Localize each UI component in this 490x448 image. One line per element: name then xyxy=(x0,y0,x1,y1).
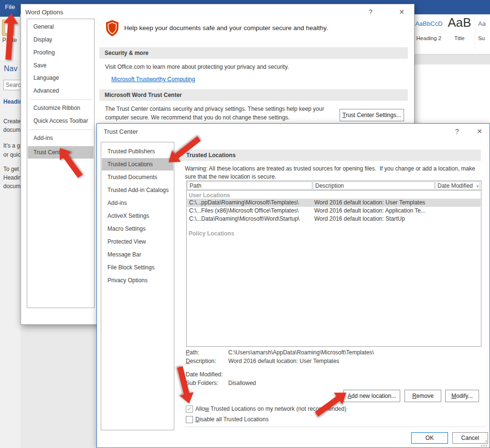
allow-network-locations-checkbox[interactable]: ✓ xyxy=(186,405,193,413)
nav-text: Create xyxy=(3,118,21,125)
sidebar-item-message-bar[interactable]: Message Bar xyxy=(102,248,173,261)
style-sample: AaBbCcD xyxy=(414,20,444,27)
sidebar-item-save[interactable]: Save xyxy=(28,59,94,72)
section-security-more: Security & more xyxy=(99,47,408,59)
sidebar-item-language[interactable]: Language xyxy=(28,72,94,84)
sidebar-item-proofing[interactable]: Proofing xyxy=(28,46,94,59)
path-value: C:\Users\amarsh\AppData\Roaming\Microsof… xyxy=(228,349,374,356)
style-sample: Aa xyxy=(475,20,490,27)
ribbon-styles-gallery: AaBbCcD Heading 2 AaB Title Aa Su xyxy=(414,14,490,54)
dialog-title: Trust Center xyxy=(104,128,138,135)
style-heading2[interactable]: AaBbCcD Heading 2 xyxy=(414,16,444,50)
warning-text-line2: sure that the new location is secure. xyxy=(185,173,276,180)
word-options-sidebar: General Display Proofing Save Language A… xyxy=(27,19,95,308)
cancel-button[interactable]: Cancel xyxy=(452,432,488,444)
style-title[interactable]: AaB Title xyxy=(444,16,475,50)
nav-text: or quic xyxy=(3,151,21,158)
style-label: Title xyxy=(444,35,475,41)
trust-center-dialog: Trust Center ? ✕ Trusted Publishers Trus… xyxy=(96,123,490,448)
tab-headings[interactable]: Headin xyxy=(3,98,22,105)
sort-arrow-icon: ▼ xyxy=(476,184,479,189)
description-value: Word 2016 default location: User Templat… xyxy=(228,358,339,364)
sidebar-item-customize-ribbon[interactable]: Customize Ribbon xyxy=(28,102,94,114)
help-icon[interactable]: ? xyxy=(452,128,462,135)
sidebar-item-display[interactable]: Display xyxy=(28,33,94,46)
close-icon[interactable]: ✕ xyxy=(475,128,484,135)
nav-text: Headin xyxy=(3,174,21,181)
dialog-title: Word Options xyxy=(25,9,63,16)
navigation-title: Nav xyxy=(4,64,17,73)
sidebar-item-quick-access-toolbar[interactable]: Quick Access Toolbar xyxy=(28,115,94,127)
style-subtitle[interactable]: Aa Su xyxy=(475,16,490,50)
style-label: Heading 2 xyxy=(414,35,444,41)
nav-text: It's a gr xyxy=(3,142,22,149)
footer-separator xyxy=(185,427,486,427)
table-row[interactable]: C:\...Files (x86)\Microsoft Office\Templ… xyxy=(187,207,480,215)
panel-header: Trusted Locations xyxy=(181,149,481,161)
screen: File Paste ▾ AaBbCcD Heading 2 AaB Title… xyxy=(0,0,490,448)
column-header-date-modified[interactable]: Date Modified▼ xyxy=(435,181,480,190)
column-header-description[interactable]: Description xyxy=(313,181,435,190)
group-user-locations: User Locations xyxy=(189,192,230,199)
disable-all-trusted-locations-label: Disable all Trusted Locations xyxy=(195,416,268,423)
help-icon[interactable]: ? xyxy=(366,8,375,16)
style-label: Su xyxy=(475,35,490,41)
sidebar-separator xyxy=(29,129,92,130)
nav-text: docum xyxy=(3,183,21,190)
table-row[interactable]: C:\...ppData\Roaming\Microsoft\Templates… xyxy=(187,199,480,207)
column-header-path[interactable]: Path xyxy=(187,181,312,190)
nav-text: docum xyxy=(3,127,21,133)
date-modified-label: Date Modified: xyxy=(186,371,223,378)
resize-grip[interactable] xyxy=(486,440,487,442)
close-icon[interactable]: ✕ xyxy=(397,8,406,16)
warning-text-line1: Warning: All these locations are treated… xyxy=(185,165,475,172)
add-new-location-button[interactable]: Add new location... xyxy=(343,390,400,402)
disable-all-trusted-locations-checkbox[interactable] xyxy=(186,416,193,423)
remove-button[interactable]: Remove xyxy=(405,390,441,402)
trustworthy-computing-link[interactable]: Microsoft Trustworthy Computing xyxy=(111,76,195,83)
description-label: Description: xyxy=(186,358,216,364)
modify-button[interactable]: Modify... xyxy=(445,390,479,402)
ok-button[interactable]: OK xyxy=(411,432,448,444)
style-sample: AaB xyxy=(444,15,475,30)
sidebar-item-advanced[interactable]: Advanced xyxy=(28,85,94,97)
table-row[interactable]: C:\...Data\Roaming\Microsoft\Word\Startu… xyxy=(187,215,480,223)
trust-center-description-line1: The Trust Center contains security and p… xyxy=(105,106,324,112)
sidebar-item-trusted-add-in-catalogs[interactable]: Trusted Add-in Catalogs xyxy=(102,184,173,196)
trust-center-sidebar: Trusted Publishers Trusted Locations Tru… xyxy=(101,142,174,430)
trusted-locations-table: Path Description Date Modified▼ User Loc… xyxy=(186,181,481,347)
navigation-pane: Nav Headin Create docum It's a gr or qui… xyxy=(0,60,21,448)
sidebar-item-file-block-settings[interactable]: File Block Settings xyxy=(102,261,173,274)
document-area xyxy=(414,64,490,123)
sidebar-item-macro-settings[interactable]: Macro Settings xyxy=(102,223,173,235)
security-intro-text: Help keep your documents safe and your c… xyxy=(124,24,328,32)
sidebar-item-add-ins[interactable]: Add-ins xyxy=(28,132,94,144)
sidebar-item-trusted-documents[interactable]: Trusted Documents xyxy=(102,171,173,183)
section-word-trust-center: Microsoft Word Trust Center xyxy=(99,89,408,101)
sidebar-item-general[interactable]: General xyxy=(28,21,94,33)
sidebar-item-protected-view[interactable]: Protected View xyxy=(102,235,173,248)
table-header: Path Description Date Modified▼ xyxy=(187,181,481,191)
visit-office-text: Visit Office.com to learn more about pro… xyxy=(105,64,289,70)
group-policy-locations: Policy Locations xyxy=(189,230,234,237)
sidebar-item-trusted-locations[interactable]: Trusted Locations xyxy=(102,158,173,171)
trust-center-description-line2: computer secure. We recommend that you d… xyxy=(105,114,290,121)
ribbon-bottom-strip xyxy=(414,54,490,65)
sidebar-separator xyxy=(29,99,92,100)
path-label: Path: xyxy=(186,349,199,356)
trust-center-settings-button[interactable]: Trust Center Settings... xyxy=(340,109,404,121)
sidebar-item-trusted-publishers[interactable]: Trusted Publishers xyxy=(102,145,173,158)
sub-folders-value: Disallowed xyxy=(228,380,256,386)
sidebar-item-add-ins[interactable]: Add-ins xyxy=(102,197,173,209)
sidebar-item-privacy-options[interactable]: Privacy Options xyxy=(102,274,173,287)
sidebar-item-activex-settings[interactable]: ActiveX Settings xyxy=(102,210,173,222)
security-shield-icon xyxy=(105,20,119,37)
